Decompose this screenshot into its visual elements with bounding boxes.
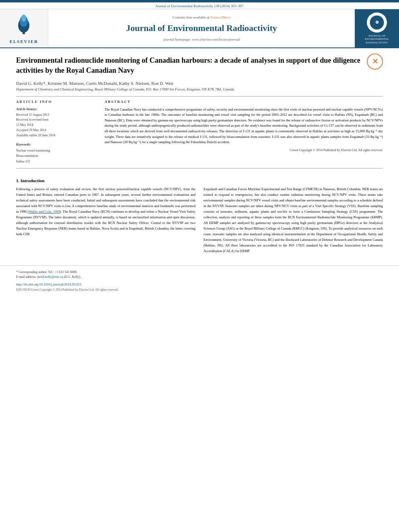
body-content: 1. Introduction Following a process of s… [0,168,399,260]
body-col-2: Esquimalt and Canadian Forces Maritime E… [204,186,383,256]
crossmark-badge: ✕ [367,53,383,70]
journal-icon-box: ☢ JOURNAL OF ENVIRONMENTAL RADIOACTIVITY [355,9,399,47]
doi-link[interactable]: http://dx.doi.org/10.1016/j.jenvrad.2014… [16,282,81,286]
abstract-text: The Royal Canadian Navy has conducted a … [105,107,383,145]
article-info-col: ARTICLE INFO Article history: Received 1… [16,100,97,164]
footnote-star-text: * Corresponding author. Tel.: +1 613 541… [16,270,77,274]
history-online: Available online 20 June 2014 [16,133,97,138]
keyword-3: Iodine-131 [16,159,97,164]
citation-link-1[interactable]: Waller and Cole, 1999 [29,210,60,214]
footer-links: http://dx.doi.org/10.1016/j.jenvrad.2014… [16,282,383,286]
sciencedirect-link[interactable]: ScienceDirect [210,15,230,19]
article-history: Article history: Received 15 August 2013… [16,107,97,138]
article-info-label: ARTICLE INFO [16,100,97,104]
body-col-1: Following a process of safety evaluation… [16,186,195,256]
article-title: Environmental radionuclide monitoring of… [16,55,383,76]
keyword-2: Bioaccumulation [16,153,97,159]
history-accepted: Accepted 29 May 2014 [16,128,97,133]
keywords-title: Keywords: [16,142,97,146]
body-two-col: Following a process of safety evaluation… [16,186,383,256]
divider-1 [16,96,383,97]
footnote-corresponding: * Corresponding author. Tel.: +1 613 541… [16,270,383,275]
abstract-label: ABSTRACT [105,100,383,104]
keyword-1: Nuclear vessel monitoring [16,148,97,154]
abstract-col: ABSTRACT The Royal Canadian Navy has con… [105,100,383,164]
keywords-section: Keywords: Nuclear vessel monitoring Bioa… [16,142,97,164]
elsevier-brand-name: ELSEVIER [10,39,39,44]
body-col2-text: Esquimalt and Canadian Forces Maritime E… [204,186,383,254]
footnote-email-line: E-mail address: david.kelly@rmc.ca (D.G.… [16,275,383,280]
footnote-email-link[interactable]: david.kelly@rmc.ca [37,275,63,279]
body-col1-text: Following a process of safety evaluation… [16,186,195,237]
issn-line: 0265-931X/Crown Copyright © 2014 Publish… [16,288,383,292]
section-1-title: Introduction [21,178,45,183]
journal-icon-text: JOURNAL OF ENVIRONMENTAL RADIOACTIVITY [358,34,396,44]
footnote-email-label: E-mail address: [16,275,36,279]
history-revised-label: Received in revised form [16,117,97,123]
history-revised-date: 13 May 2014 [16,123,97,128]
journal-title: Journal of Environmental Radioactivity [126,23,277,34]
footer-area: * Corresponding author. Tel.: +1 613 541… [0,265,399,294]
crossmark: ✕ [367,53,383,70]
section-1-number: 1. [16,178,19,183]
journal-reference: Journal of Environmental Radioactivity 1… [0,2,399,9]
history-received: Received 15 August 2013 [16,113,97,118]
elsevier-logo-box: ELSEVIER [0,9,48,47]
contents-label: Contents lists available at [173,15,210,19]
article-title-block: ✕ Environmental radionuclide monitoring … [16,55,383,76]
footnote-email-suffix: (D.G. Kelly). [64,275,81,279]
abstract-paragraph: The Royal Canadian Navy has conducted a … [105,107,383,145]
article-info-abstract: ARTICLE INFO Article history: Received 1… [16,100,383,164]
journal-header-center: Contents lists available at ScienceDirec… [48,9,355,47]
section-1-heading: 1. Introduction [16,178,383,183]
elsevier-tree-icon [10,13,39,38]
copyright-line: Crown Copyright © 2014 Published by Else… [105,148,383,152]
sciencedirect-line: Contents lists available at ScienceDirec… [173,15,231,19]
affiliation-line: Department of Chemistry and Chemical Eng… [16,87,383,91]
footnote: * Corresponding author. Tel.: +1 613 541… [16,270,383,280]
history-title: Article history: [16,107,97,111]
journal-homepage: journal homepage: www.elsevier.com/locat… [163,37,239,41]
main-content: ✕ Environmental radionuclide monitoring … [0,48,399,168]
svg-point-3 [21,14,26,22]
svg-text:☢: ☢ [375,20,379,25]
journal-circle-icon: ☢ [367,12,387,33]
authors-text: David G. Kelly*, Kristine M. Mattson, Cu… [16,81,174,86]
authors-line: David G. Kelly*, Kristine M. Mattson, Cu… [16,81,383,86]
journal-header: ELSEVIER Contents lists available at Sci… [0,9,399,48]
journal-ref-text: Journal of Environmental Radioactivity 1… [156,4,243,8]
